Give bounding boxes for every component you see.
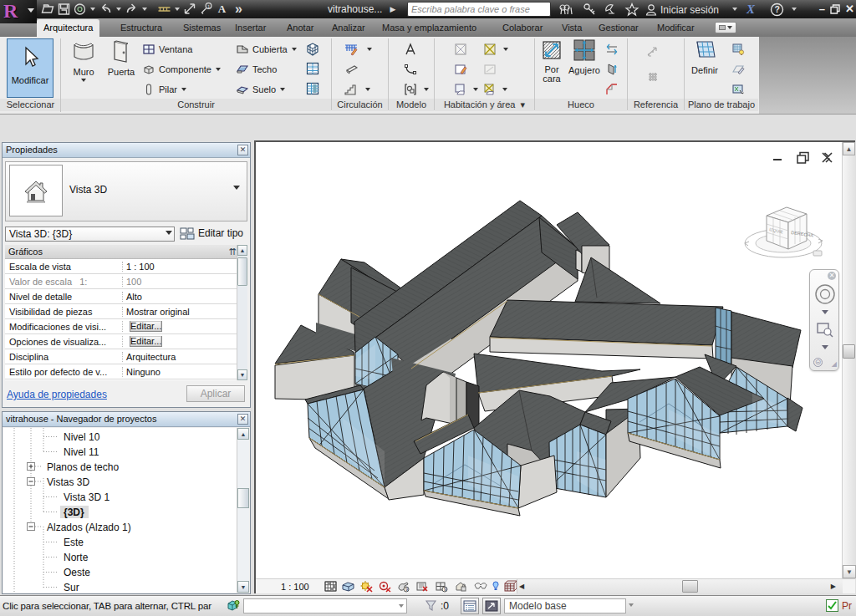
svg-text:Vista 3D 1: Vista 3D 1 [64,491,110,503]
svg-text:{3D}: {3D} [64,507,84,518]
svg-text:Oeste: Oeste [64,567,90,578]
svg-text:Sur: Sur [64,582,79,593]
svg-text:Planos de techo: Planos de techo [47,461,119,473]
svg-text:Nivel 11: Nivel 11 [64,446,99,458]
svg-text:Vistas 3D: Vistas 3D [47,476,89,488]
svg-text:Alzados (Alzado 1): Alzados (Alzado 1) [47,522,131,533]
svg-text:?: ? [774,4,779,14]
svg-text:Nivel 10: Nivel 10 [64,431,100,443]
svg-text:Este: Este [64,537,84,548]
svg-text:Norte: Norte [64,552,89,563]
